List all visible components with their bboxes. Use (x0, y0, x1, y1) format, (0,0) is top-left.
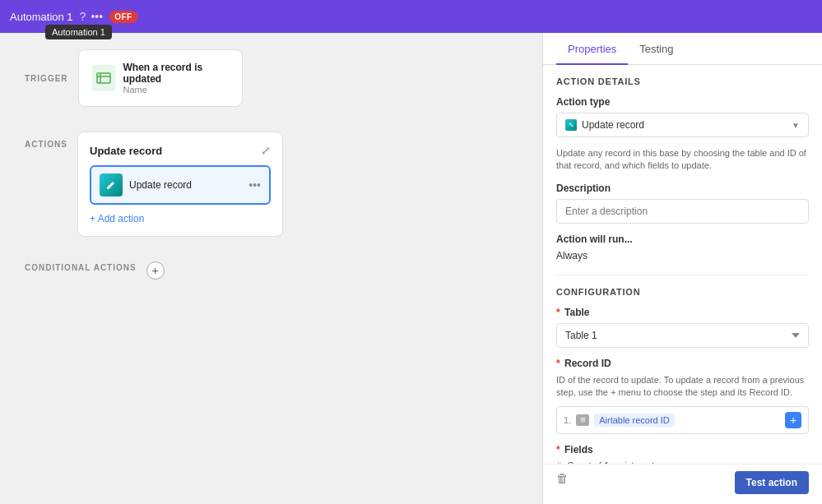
action-item-name: Update record (129, 179, 242, 191)
action-item-dots[interactable]: ••• (248, 178, 261, 192)
required-star: * (556, 307, 560, 318)
panel-body: ACTION DETAILS Action type ✎ Update reco… (543, 65, 822, 464)
action-group-header: Update record ⤢ (90, 144, 271, 157)
actions-label-col: ACTIONS (25, 132, 67, 155)
more-icon[interactable]: ••• (91, 10, 103, 23)
description-input[interactable] (556, 199, 809, 224)
action-type-label: Action type (556, 96, 809, 108)
table-label: * Table (556, 307, 809, 318)
pencil-icon: ✎ (565, 119, 577, 131)
section-action-details: ACTION DETAILS (556, 76, 809, 86)
table-select[interactable]: Table 1 (556, 323, 809, 348)
required-star-3: * (556, 444, 560, 455)
svg-rect-0 (97, 73, 110, 83)
record-id-pill-row: 1. ⊞ Airtable record ID + (556, 406, 809, 434)
action-type-dropdown[interactable]: ✎ Update record ▼ (556, 113, 809, 137)
required-star-2: * (556, 358, 560, 369)
panel-tabs: Properties Testing (543, 33, 822, 65)
expand-icon[interactable]: ⤢ (261, 144, 271, 157)
action-group-title: Update record (90, 145, 162, 157)
tab-testing[interactable]: Testing (628, 33, 685, 65)
trigger-card-text: When a record is updated Name (123, 62, 229, 95)
test-action-button[interactable]: Test action (735, 471, 809, 494)
add-action-button[interactable]: + Add action (90, 211, 271, 226)
toggle-switch[interactable]: OFF (109, 11, 137, 23)
trigger-card-subtitle: Name (123, 85, 229, 95)
tab-properties[interactable]: Properties (556, 33, 628, 65)
record-id-plus-button[interactable]: + (785, 412, 801, 428)
main-layout: TRIGGER When a record is updated Name (0, 33, 822, 504)
help-icon[interactable]: ? (80, 10, 86, 23)
record-id-label: * Record ID (556, 358, 809, 369)
action-group: Update record ⤢ Update record ••• + (77, 132, 283, 237)
trigger-label: TRIGGER (25, 74, 68, 83)
action-item-icon (100, 173, 123, 197)
action-item[interactable]: Update record ••• (90, 165, 271, 205)
actions-label: ACTIONS (25, 140, 67, 149)
action-type-left: ✎ Update record (565, 119, 644, 131)
trash-icon[interactable]: 🗑 (556, 471, 569, 485)
actions-section: ACTIONS Update record ⤢ Update record (25, 132, 518, 237)
right-panel: Properties Testing ACTION DETAILS Action… (542, 33, 822, 504)
record-id-pill[interactable]: Airtable record ID (594, 414, 675, 427)
bottom-actions: 🗑 Test action (543, 464, 822, 504)
action-will-run-label: Action will run... (556, 234, 809, 245)
trigger-section: TRIGGER When a record is updated Name (25, 49, 518, 107)
table-icon: ⊞ (576, 414, 589, 426)
action-will-run: Action will run... Always (556, 234, 809, 261)
top-bar-icons: ? ••• (80, 10, 104, 23)
conditional-section: CONDITIONAL ACTIONS + (25, 261, 518, 280)
action-type-value: Update record (582, 119, 644, 131)
action-type-description: Update any record in this base by choosi… (556, 147, 809, 173)
trigger-card-title: When a record is updated (123, 62, 229, 85)
conditional-label: CONDITIONAL ACTIONS (25, 263, 137, 272)
trigger-card-icon (92, 65, 115, 91)
tooltip-bubble: Automation 1 (45, 25, 112, 39)
divider (556, 275, 809, 275)
pill-num: 1. (564, 415, 571, 425)
top-bar: Automation 1 ? ••• OFF Automation 1 (0, 0, 822, 33)
trigger-card[interactable]: When a record is updated Name (78, 49, 243, 107)
description-label: Description (556, 183, 809, 194)
record-id-description: ID of the record to update. To update a … (556, 374, 809, 400)
action-will-run-value: Always (556, 250, 809, 261)
add-conditional-button[interactable]: + (146, 261, 165, 280)
section-configuration: CONFIGURATION (556, 287, 809, 297)
chevron-down-icon: ▼ (792, 121, 800, 130)
fields-label: * Fields (556, 444, 809, 455)
trigger-label-col: TRIGGER (25, 49, 68, 90)
automation-title: Automation 1 (10, 11, 73, 23)
canvas: TRIGGER When a record is updated Name (0, 33, 542, 504)
